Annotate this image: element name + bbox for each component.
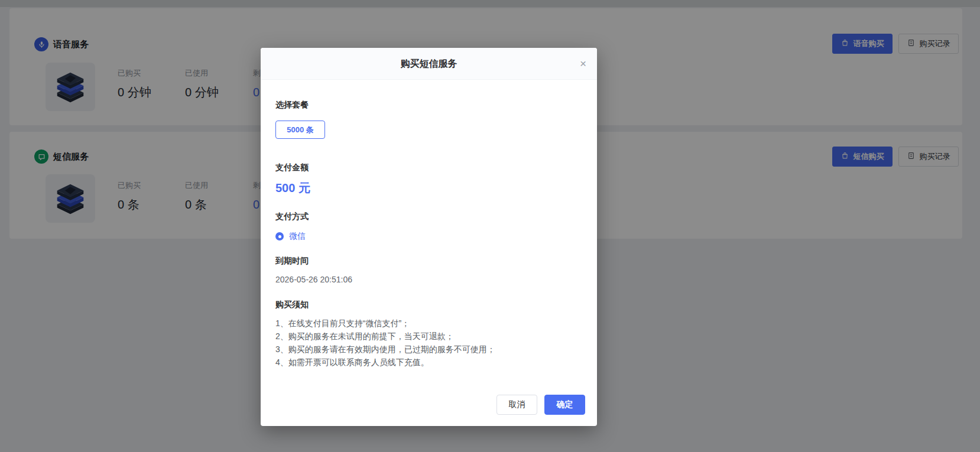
package-label: 选择套餐 — [275, 100, 582, 110]
expiry-value: 2026-05-26 20:51:06 — [275, 275, 582, 284]
dialog-footer: 取消 确定 — [497, 395, 597, 426]
note-line: 3、购买的服务请在有效期内使用，已过期的服务不可使用； — [275, 343, 582, 356]
expiry-label: 到期时间 — [275, 256, 582, 266]
note-line: 4、如需开票可以联系商务人员线下充值。 — [275, 356, 582, 369]
amount-label: 支付金额 — [275, 162, 582, 173]
amount-value: 500 元 — [275, 180, 582, 196]
wechat-radio[interactable]: 微信 — [275, 231, 582, 242]
close-icon[interactable]: × — [580, 48, 586, 80]
dialog-body: 选择套餐 5000 条 支付金额 500 元 支付方式 微信 到期时间 2026… — [261, 100, 597, 369]
buy-sms-dialog: 购买短信服务 × 选择套餐 5000 条 支付金额 500 元 支付方式 微信 … — [261, 48, 597, 426]
purchase-notes: 1、在线支付目前只支持“微信支付”； 2、购买的服务在未试用的前提下，当天可退款… — [275, 317, 582, 369]
dialog-title: 购买短信服务 — [261, 48, 597, 80]
wechat-radio-label: 微信 — [289, 231, 306, 242]
confirm-button[interactable]: 确定 — [544, 395, 585, 415]
dialog-header: 购买短信服务 × — [261, 48, 597, 80]
note-line: 1、在线支付目前只支持“微信支付”； — [275, 317, 582, 330]
note-line: 2、购买的服务在未试用的前提下，当天可退款； — [275, 330, 582, 343]
package-option-5000[interactable]: 5000 条 — [275, 121, 325, 139]
payment-method-label: 支付方式 — [275, 212, 582, 222]
cancel-button[interactable]: 取消 — [497, 395, 537, 415]
notes-label: 购买须知 — [275, 300, 582, 310]
radio-selected-icon — [275, 232, 284, 240]
